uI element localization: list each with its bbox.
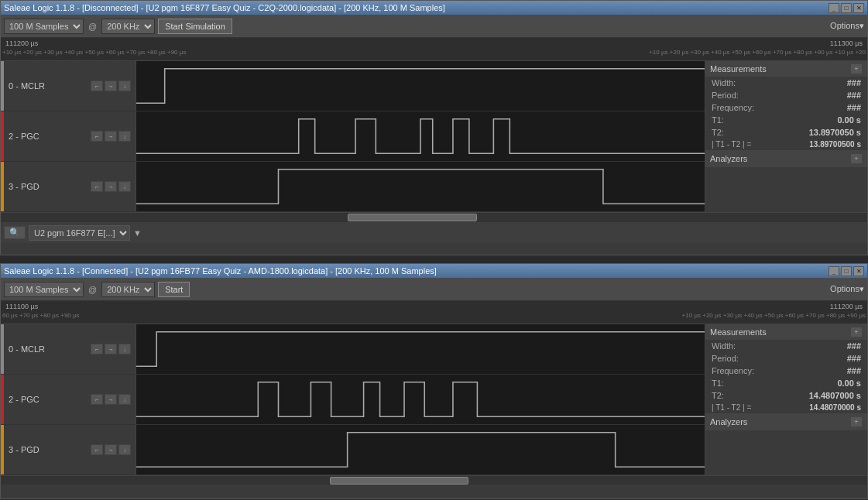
measurements-add-btn-bottom[interactable]: + [850, 327, 863, 337]
pgd-wave-bottom [136, 425, 705, 474]
mclr-ctrl2-top[interactable]: ¬ [105, 80, 117, 91]
meas-width-label-bottom: Width: [712, 341, 774, 351]
pgc-ctrl2-top[interactable]: ¬ [105, 131, 117, 142]
meas-diff-label-top: | T1 - T2 | = [712, 140, 774, 149]
mclr-ctrl2-bottom[interactable]: ¬ [105, 344, 117, 354]
measurements-title-bottom: Measurements [710, 327, 767, 337]
mclr-ctrl3-bottom[interactable]: ↓ [118, 344, 131, 354]
analyzers-add-btn-bottom[interactable]: + [850, 416, 863, 427]
analyzers-header-bottom: Analyzers + [705, 414, 867, 430]
pgd-svg-bottom [136, 425, 705, 474]
measurements-panel-top: Measurements + Width: ### Period: ### Fr… [705, 61, 867, 212]
measurements-header-top: Measurements + [705, 61, 867, 77]
meas-period-value-top: ### [847, 91, 861, 100]
pgd-ctrl2-top[interactable]: ¬ [105, 181, 117, 192]
signals-top: 0 - MCLR ⌐ ¬ ↓ 2 - PGC [1, 61, 705, 212]
scrollbar-thumb-bottom[interactable] [330, 477, 468, 485]
mclr-controls-top: ⌐ ¬ ↓ [91, 80, 131, 91]
analyzers-add-btn-top[interactable]: + [850, 153, 863, 164]
pgc-controls-top: ⌐ ¬ ↓ [91, 131, 131, 142]
measurements-header-bottom: Measurements + [705, 324, 867, 340]
pgd-name-top: 3 - PGD [9, 182, 39, 191]
search-btn-top[interactable]: 🔍 [4, 226, 26, 239]
toolbar-bottom: 100 M Samples @ 200 KHz Start Options▾ [1, 278, 867, 301]
meas-t1-label-bottom: T1: [712, 378, 774, 388]
tab-selector-top[interactable]: U2 pgm 16F877 E[...] [29, 225, 130, 241]
meas-diff-value-bottom: 14.48070000 s [809, 403, 861, 412]
minimize-btn-top[interactable]: _ [829, 3, 839, 13]
meas-t1-value-top: 0.00 s [837, 115, 861, 125]
mclr-label-top: 0 - MCLR ⌐ ¬ ↓ [1, 61, 136, 111]
meas-t2-value-top: 13.8970050 s [809, 128, 861, 137]
meas-t1-row-top: T1: 0.00 s [705, 114, 867, 126]
bottom-toolbar-top: 🔍 U2 pgm 16F877 E[...] ▼ [1, 221, 867, 243]
meas-t2-label-bottom: T2: [712, 391, 774, 400]
window-bottom: Saleae Logic 1.1.8 - [Connected] - [U2 p… [0, 263, 868, 499]
measurements-panel-bottom: Measurements + Width: ### Period: ### Fr… [705, 324, 867, 475]
analyzers-title-top: Analyzers [710, 154, 747, 163]
options-btn-top[interactable]: Options▾ [830, 21, 864, 31]
options-btn-bottom[interactable]: Options▾ [830, 284, 864, 294]
freq-select-top[interactable]: 200 KHz [101, 19, 155, 34]
pgc-ctrl3-bottom[interactable]: ↓ [118, 394, 131, 405]
meas-freq-label-top: Frequency: [712, 103, 774, 112]
ruler-ticks-left-bottom: 60 µs +70 µs +80 µs +90 µs [2, 312, 80, 319]
samples-select-top[interactable]: 100 M Samples [4, 19, 84, 34]
mclr-ctrl1-bottom[interactable]: ⌐ [91, 344, 103, 354]
freq-select-bottom[interactable]: 200 KHz [101, 282, 155, 297]
pgd-ctrl2-bottom[interactable]: ¬ [105, 444, 117, 455]
ruler-ticks-right-bottom: +10 µs +20 µs +30 µs +40 µs +50 µs +60 µ… [682, 312, 866, 319]
window-title-top: Saleae Logic 1.1.8 - [Disconnected] - [U… [4, 3, 829, 12]
meas-diff-value-top: 13.89700500 s [809, 140, 861, 149]
maximize-btn-bottom[interactable]: □ [841, 266, 852, 276]
pgc-ctrl3-top[interactable]: ↓ [118, 131, 131, 142]
mclr-controls-bottom: ⌐ ¬ ↓ [91, 344, 131, 354]
pgd-ctrl3-top[interactable]: ↓ [118, 181, 131, 192]
samples-select-bottom[interactable]: 100 M Samples [4, 282, 84, 297]
pgd-controls-top: ⌐ ¬ ↓ [91, 181, 131, 192]
pgd-ctrl1-top[interactable]: ⌐ [91, 181, 103, 192]
meas-t2-row-bottom: T2: 14.4807000 s [705, 389, 867, 402]
scrollbar-bottom[interactable] [1, 475, 867, 485]
close-btn-top[interactable]: ✕ [853, 3, 864, 13]
close-btn-bottom[interactable]: ✕ [853, 266, 864, 276]
pgd-row-top: 3 - PGD ⌐ ¬ ↓ [1, 162, 705, 212]
pgd-label-bottom: 3 - PGD ⌐ ¬ ↓ [1, 425, 136, 474]
pgc-ctrl2-bottom[interactable]: ¬ [105, 394, 117, 405]
pgd-wave-top [136, 162, 705, 211]
measurements-title-top: Measurements [710, 64, 767, 74]
meas-width-value-bottom: ### [847, 341, 861, 351]
scrollbar-thumb-top[interactable] [348, 214, 478, 221]
pgd-ctrl1-bottom[interactable]: ⌐ [91, 444, 103, 455]
mclr-ctrl1-top[interactable]: ⌐ [91, 80, 103, 91]
meas-t2-label-top: T2: [712, 128, 774, 137]
meas-freq-value-top: ### [847, 103, 861, 112]
start-button[interactable]: Start [158, 282, 190, 297]
minimize-btn-bottom[interactable]: _ [829, 266, 839, 276]
meas-width-row-bottom: Width: ### [705, 340, 867, 352]
meas-period-row-top: Period: ### [705, 89, 867, 101]
scrollbar-top[interactable] [1, 212, 867, 221]
pgc-controls-bottom: ⌐ ¬ ↓ [91, 394, 131, 405]
mclr-name-top: 0 - MCLR [9, 81, 45, 91]
meas-t1-row-bottom: T1: 0.00 s [705, 377, 867, 389]
analyzers-section-top: Analyzers + [705, 151, 867, 167]
analyzers-title-bottom: Analyzers [710, 417, 747, 426]
content-top: 0 - MCLR ⌐ ¬ ↓ 2 - PGC [1, 61, 867, 212]
mclr-label-bottom: 0 - MCLR ⌐ ¬ ↓ [1, 324, 136, 374]
measurements-add-btn-top[interactable]: + [850, 63, 863, 74]
meas-period-label-bottom: Period: [712, 354, 774, 363]
simulate-button[interactable]: Start Simulation [158, 19, 232, 34]
content-bottom: 0 - MCLR ⌐ ¬ ↓ 2 - PGC [1, 324, 867, 475]
pgc-ctrl1-bottom[interactable]: ⌐ [91, 394, 103, 405]
meas-freq-label-bottom: Frequency: [712, 366, 774, 375]
analyzers-section-bottom: Analyzers + [705, 414, 867, 430]
pgd-ctrl3-bottom[interactable]: ↓ [118, 444, 131, 455]
measurements-section-top: Measurements + Width: ### Period: ### Fr… [705, 61, 867, 151]
maximize-btn-top[interactable]: □ [841, 3, 852, 13]
measurements-header-btns-top: + [850, 63, 863, 74]
pgc-ctrl1-top[interactable]: ⌐ [91, 131, 103, 142]
mclr-ctrl3-top[interactable]: ↓ [118, 80, 131, 91]
meas-width-value-top: ### [847, 78, 861, 87]
tab-arrow-top[interactable]: ▼ [133, 228, 142, 238]
